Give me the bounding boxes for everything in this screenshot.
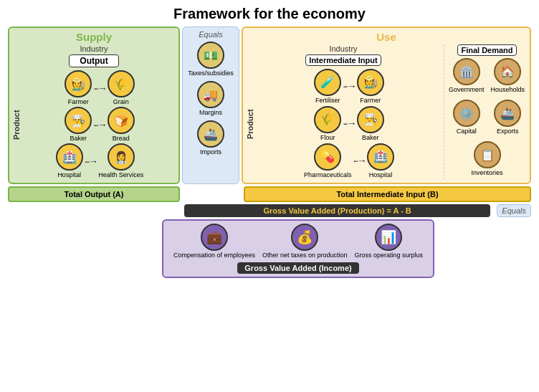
page-title: Framework for the economy — [173, 6, 366, 22]
baker-label: Baker — [70, 135, 87, 142]
arrow-icon: ···→ — [93, 119, 106, 130]
flour-group: 🌾 Flour — [314, 106, 341, 141]
final-demand-grid: 🏛️ Government 🏠 Households ⚙️ Capital — [447, 58, 527, 180]
compensation-icon: 💼 — [201, 224, 228, 251]
arrow-icon: ···→ — [93, 82, 106, 94]
bread-icon: 🍞 — [108, 107, 135, 134]
use-hospital-group: 🏥 Hospital — [367, 143, 394, 178]
pharma-icon: 💊 — [314, 143, 341, 171]
health-services-icon: 👩‍⚕️ — [108, 143, 135, 171]
imports-label: Imports — [200, 148, 221, 156]
other-taxes-item: 💰 Other net taxes on production — [262, 224, 348, 259]
margins-label: Margins — [199, 109, 222, 116]
flour-label: Flour — [320, 134, 335, 141]
grain-group: 🌾 Grain — [108, 70, 135, 105]
margins-group: 🚚 Margins — [197, 81, 224, 116]
supply-header: Supply — [12, 31, 176, 43]
baker-group: 👨‍🍳 Baker — [65, 107, 92, 142]
other-taxes-label: Other net taxes on production — [262, 252, 348, 259]
exports-icon: 🚢 — [494, 100, 521, 127]
inventories-label: Inventories — [471, 169, 502, 176]
use-section: Use Industry Intermediate Input Product … — [242, 27, 531, 184]
use-header: Use — [246, 31, 527, 43]
gva-production-box: Gross Value Added (Production) = A - B — [184, 204, 490, 217]
supply-content: Product 🧑‍🌾 Farmer ···→ 🌾 Grain — [12, 70, 176, 180]
taxes-icon: 💵 — [197, 42, 224, 69]
use-farmer-group: 🧑‍🌾 Farmer — [357, 69, 384, 104]
use-industry-label: Industry — [246, 44, 441, 53]
use-farmer-icon: 🧑‍🌾 — [357, 69, 384, 96]
gross-operating-icon: 📊 — [375, 224, 402, 251]
use-hospital-icon: 🏥 — [367, 143, 394, 171]
grain-icon: 🌾 — [108, 70, 135, 97]
government-item: 🏛️ Government — [447, 58, 486, 97]
fertiliser-icon: 🧪 — [314, 69, 341, 96]
equals-badge: Equals — [497, 204, 531, 217]
top-row: Supply Industry Output Product 🧑‍🌾 Farme… — [8, 27, 531, 184]
hospital-label: Hospital — [57, 171, 81, 178]
main-diagram: Supply Industry Output Product 🧑‍🌾 Farme… — [8, 27, 531, 278]
taxes-group: 💵 Taxes/subsidies — [188, 42, 234, 77]
pharma-label: Pharmaceuticals — [304, 171, 352, 178]
gva-income-label: Gross Value Added (Income) — [237, 262, 358, 274]
final-demand-section: Final Demand 🏛️ Government 🏠 Households … — [444, 44, 527, 180]
imports-group: 🚢 Imports — [197, 120, 224, 156]
list-item: 👨‍🍳 Baker ···→ 🍞 Bread — [24, 107, 176, 142]
households-item: 🏠 Households — [489, 58, 528, 97]
income-row: 💼 Compensation of employees 💰 Other net … — [8, 219, 531, 278]
gva-income-section: 💼 Compensation of employees 💰 Other net … — [162, 219, 434, 278]
arrow-icon: ···→ — [85, 156, 97, 167]
output-box: Output — [69, 54, 119, 67]
use-baker-group: 👨‍🍳 Baker — [357, 106, 384, 141]
arrow-icon: ···→ — [343, 118, 356, 129]
exports-label: Exports — [497, 128, 519, 135]
compensation-label: Compensation of employees — [173, 252, 255, 259]
use-inner: Industry Intermediate Input Product 🧪 Fe… — [246, 44, 527, 180]
use-farmer-label: Farmer — [360, 97, 381, 104]
gross-operating-label: Gross operating surplus — [355, 252, 424, 259]
use-product-label: Product — [246, 68, 254, 180]
list-item: 🏥 Hospital ···→ 👩‍⚕️ Health Services — [24, 143, 176, 178]
supply-industry-label: Industry — [12, 44, 176, 53]
pharma-group: 💊 Pharmaceuticals — [304, 143, 352, 178]
flour-icon: 🌾 — [314, 106, 341, 133]
hospital-group: 🏥 Hospital — [56, 143, 83, 178]
fertiliser-label: Fertiliser — [315, 97, 340, 104]
bread-label: Bread — [113, 135, 130, 142]
households-icon: 🏠 — [494, 58, 521, 85]
total-row: Total Output (A) Total Intermediate Inpu… — [8, 186, 531, 202]
exports-item: 🚢 Exports — [489, 100, 528, 138]
gva-production-row: Gross Value Added (Production) = A - B E… — [8, 204, 531, 217]
total-intermediate-box: Total Intermediate Input (B) — [244, 186, 531, 202]
baker-icon: 👨‍🍳 — [65, 107, 92, 134]
grain-label: Grain — [113, 98, 129, 105]
intermediate-box: Intermediate Input — [305, 54, 381, 66]
farmer-icon: 🧑‍🌾 — [65, 70, 92, 97]
arrow-icon: ···→ — [353, 155, 366, 166]
use-industry-content: Product 🧪 Fertiliser ···→ 🧑‍🌾 — [246, 68, 441, 180]
fertiliser-group: 🧪 Fertiliser — [314, 69, 341, 104]
government-icon: 🏛️ — [453, 58, 480, 85]
use-baker-icon: 👨‍🍳 — [357, 106, 384, 133]
capital-icon: ⚙️ — [453, 100, 480, 127]
imports-icon: 🚢 — [197, 120, 224, 148]
households-label: Households — [490, 86, 525, 93]
use-industry: Industry Intermediate Input Product 🧪 Fe… — [246, 44, 444, 180]
total-output-box: Total Output (A) — [8, 186, 180, 202]
use-items: 🧪 Fertiliser ···→ 🧑‍🌾 Farmer — [257, 68, 441, 180]
equals-items: 💵 Taxes/subsidies 🚚 Margins 🚢 Imports — [184, 42, 237, 156]
list-item: 🧪 Fertiliser ···→ 🧑‍🌾 Farmer — [257, 69, 441, 104]
list-item: 🌾 Flour ···→ 👨‍🍳 Baker — [257, 106, 441, 141]
inventories-icon: 📋 — [474, 141, 501, 168]
use-hospital-label: Hospital — [369, 171, 393, 178]
arrow-icon: ···→ — [343, 80, 356, 92]
other-taxes-icon: 💰 — [291, 224, 318, 251]
list-item: 💊 Pharmaceuticals ···→ 🏥 Hospital — [257, 143, 441, 178]
compensation-item: 💼 Compensation of employees — [173, 224, 255, 259]
inventories-item: 📋 Inventories — [471, 141, 502, 180]
supply-section: Supply Industry Output Product 🧑‍🌾 Farme… — [8, 27, 180, 184]
use-baker-label: Baker — [362, 134, 379, 141]
capital-item: ⚙️ Capital — [447, 100, 486, 138]
government-label: Government — [449, 86, 485, 93]
supply-product-label: Product — [12, 70, 21, 180]
